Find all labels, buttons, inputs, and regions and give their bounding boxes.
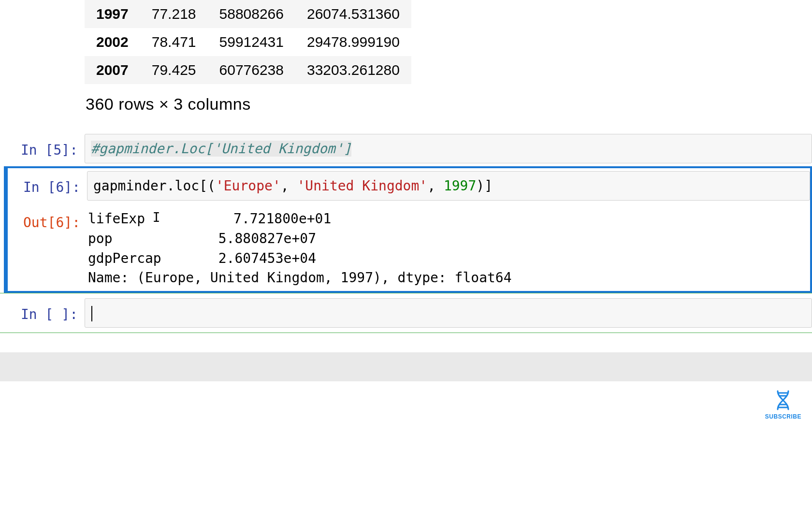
code-input[interactable] [85, 298, 812, 328]
cell-gdp: 29478.999190 [295, 28, 411, 56]
selected-cell-group: In [6]: gapminder.loc[('Europe', 'United… [4, 166, 812, 293]
table-row: 2007 79.425 60776238 33203.261280 [85, 56, 411, 84]
jupyter-notebook: 1997 77.218 58808266 26074.531360 2002 7… [0, 0, 812, 333]
cell-pop: 60776238 [208, 56, 295, 84]
input-prompt: In [5]: [0, 134, 85, 163]
row-index-year: 2007 [85, 56, 140, 84]
output-prompt-spacer [0, 0, 85, 127]
code-input[interactable]: #gapminder.Loc['United Kingdom'] [85, 134, 812, 163]
cell-gdp: 33203.261280 [295, 56, 411, 84]
code-input[interactable]: gapminder.loc[('Europe', 'United Kingdom… [87, 171, 810, 201]
code-comment: #gapminder.Loc['United Kingdom'] [91, 141, 351, 157]
cell-pop: 58808266 [208, 0, 295, 28]
code-cell-5[interactable]: In [5]: #gapminder.Loc['United Kingdom'] [0, 131, 812, 166]
table-row: 1997 77.218 58808266 26074.531360 [85, 0, 411, 28]
output-cell-6: Out[6]: lifeExp I 7.721800e+01 pop 5.880… [8, 203, 810, 290]
footer-spacer [0, 352, 812, 381]
code-cell-6[interactable]: In [6]: gapminder.loc[('Europe', 'United… [8, 168, 810, 203]
text-cursor-icon: I [145, 210, 160, 225]
output-text: lifeExp I 7.721800e+01 pop 5.880827e+07 … [87, 206, 810, 288]
table-row: 2002 78.471 59912431 29478.999190 [85, 28, 411, 56]
output-prompt: Out[6]: [8, 206, 87, 288]
cell-gdp: 26074.531360 [295, 0, 411, 28]
input-prompt: In [6]: [8, 171, 87, 201]
cell-lifeexp: 78.471 [140, 28, 208, 56]
dataframe-output: 1997 77.218 58808266 26074.531360 2002 7… [0, 0, 812, 131]
dataframe-summary: 360 rows × 3 columns [85, 84, 812, 127]
cell-lifeexp: 77.218 [140, 0, 208, 28]
cell-pop: 59912431 [208, 28, 295, 56]
dataframe-table: 1997 77.218 58808266 26074.531360 2002 7… [85, 0, 411, 84]
row-index-year: 1997 [85, 0, 140, 28]
input-prompt: In [ ]: [0, 298, 85, 328]
row-index-year: 2002 [85, 28, 140, 56]
text-caret-icon [91, 306, 92, 321]
cell-lifeexp: 79.425 [140, 56, 208, 84]
code-cell-empty[interactable]: In [ ]: [0, 295, 812, 331]
active-cell-divider: In [ ]: [0, 293, 812, 333]
